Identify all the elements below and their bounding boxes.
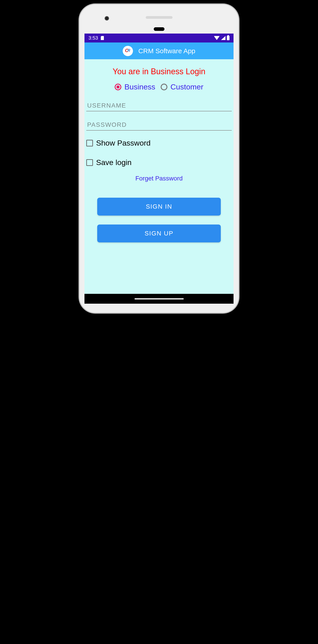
save-login-label: Save login — [96, 158, 132, 167]
form-content: Show Password Save login Forget Password… — [84, 100, 234, 242]
username-field-wrap — [86, 100, 232, 111]
password-field-wrap — [86, 120, 232, 130]
device-top — [84, 9, 234, 34]
radio-business[interactable] — [115, 84, 121, 90]
show-password-checkbox[interactable] — [86, 140, 93, 146]
app-bar: C R CRM Software App — [84, 42, 234, 59]
speaker-grill — [146, 16, 173, 19]
login-type-radio-group: Business Customer — [84, 82, 234, 100]
status-bar: 3:53 — [84, 34, 234, 42]
wifi-icon — [214, 36, 220, 40]
radio-customer[interactable] — [161, 84, 167, 90]
forget-password-link[interactable]: Forget Password — [86, 175, 232, 182]
save-login-checkbox[interactable] — [86, 159, 93, 166]
camera-dot — [105, 16, 109, 20]
radio-business-label[interactable]: Business — [124, 82, 155, 91]
show-password-label: Show Password — [96, 139, 151, 147]
status-time: 3:53 — [88, 35, 98, 41]
login-mode-heading: You are in Business Login — [84, 59, 234, 82]
device-frame: 3:53 C R CRM Software App You are in Bus… — [79, 4, 239, 312]
status-left: 3:53 — [88, 35, 104, 41]
signal-icon — [221, 36, 226, 40]
password-input[interactable] — [86, 120, 232, 130]
signup-button[interactable]: SIGN UP — [97, 224, 221, 242]
status-right — [214, 36, 230, 40]
radio-customer-label[interactable]: Customer — [171, 82, 203, 91]
show-password-row: Show Password — [86, 139, 232, 147]
app-logo-icon: C R — [123, 46, 133, 56]
sdcard-icon — [101, 36, 104, 40]
save-login-row: Save login — [86, 158, 232, 167]
app-title: CRM Software App — [138, 47, 195, 55]
signin-button[interactable]: SIGN IN — [97, 198, 221, 216]
username-input[interactable] — [86, 100, 232, 111]
screen: 3:53 C R CRM Software App You are in Bus… — [84, 34, 234, 304]
navigation-bar — [84, 294, 234, 304]
nav-handle[interactable] — [135, 298, 184, 300]
sensor-pill — [154, 27, 164, 31]
battery-icon — [227, 36, 230, 40]
